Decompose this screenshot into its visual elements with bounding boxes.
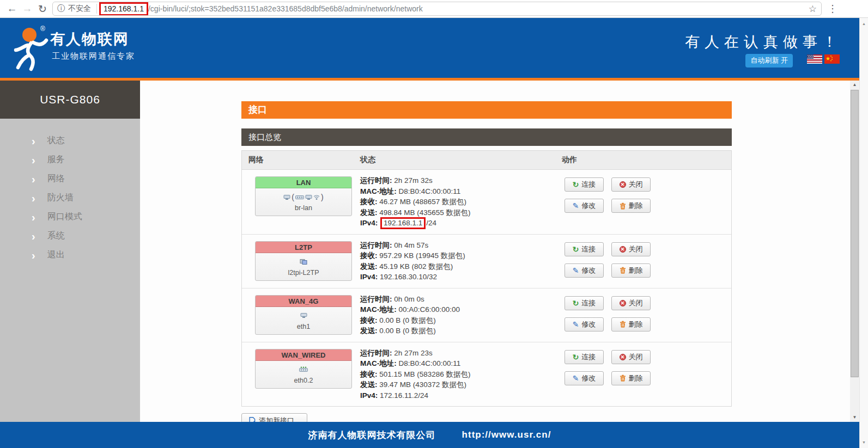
button-label: 修改: [581, 320, 596, 329]
stop-button[interactable]: ✕关闭: [611, 242, 651, 256]
footer-website-link[interactable]: http://www.usr.cn/: [462, 429, 551, 440]
interface-name: WAN_4G: [256, 296, 351, 307]
interface-badge: WAN_WIREDeth0.2: [255, 349, 352, 389]
connect-button[interactable]: ↻连接: [564, 296, 604, 310]
scroll-down-icon[interactable]: ▼: [850, 413, 859, 422]
status-cell: 运行时间: 0h 0m 0sMAC-地址: 00:A0:C6:00:00:00接…: [360, 293, 562, 336]
sidebar-item-label: 网络: [47, 173, 65, 185]
edit-button[interactable]: ✎修改: [564, 371, 604, 385]
brand-title: 有人物联网: [50, 29, 129, 49]
shutdown-icon: ✕: [620, 181, 626, 188]
stop-button[interactable]: ✕关闭: [611, 177, 651, 192]
sidebar-item-port-mode[interactable]: ›网口模式: [0, 207, 140, 226]
status-line: IPv4: 192.168.1.1/24: [360, 218, 562, 229]
actions-cell: ↻连接✕关闭✎修改删除: [562, 239, 725, 283]
status-line: 发送: 498.84 MB (435655 数据包): [360, 207, 562, 218]
chevron-right-icon: ›: [32, 193, 35, 204]
delete-button[interactable]: 删除: [611, 371, 651, 385]
auto-refresh-toggle[interactable]: 自动刷新 开: [745, 54, 793, 67]
address-bar[interactable]: ⓘ 不安全 192.168.1.1 /cgi-bin/luci/;stok=35…: [52, 2, 822, 16]
sidebar-item-services[interactable]: ›服务: [0, 150, 140, 169]
us-flag-icon[interactable]: [807, 54, 822, 64]
delete-button[interactable]: 删除: [611, 199, 651, 213]
table-header-row: 网络状态动作: [242, 150, 731, 170]
sidebar-item-status[interactable]: ›状态: [0, 131, 140, 150]
sidebar-menu: ›状态›服务›网络›防火墙›网口模式›系统›退出: [0, 119, 140, 265]
shutdown-icon: ✕: [620, 300, 626, 306]
button-label: 删除: [629, 373, 643, 383]
sidebar-item-firewall[interactable]: ›防火墙: [0, 188, 140, 207]
button-label: 修改: [581, 201, 596, 211]
interface-name: LAN: [256, 177, 351, 188]
device-title: USR-G806: [0, 81, 140, 119]
interface-row-wan_4g: WAN_4Geth1运行时间: 0h 0m 0sMAC-地址: 00:A0:C6…: [242, 289, 731, 342]
connect-button[interactable]: ↻连接: [564, 350, 604, 364]
network-cell: L2TPl2tpi-L2TP: [242, 239, 360, 283]
reload-icon[interactable]: ↻: [35, 3, 50, 15]
browser-scroll-up-icon[interactable]: ▲: [860, 20, 868, 28]
sidebar-item-logout[interactable]: ›退出: [0, 246, 140, 265]
button-label: 修改: [581, 373, 596, 383]
status-cell: 运行时间: 2h 27m 23sMAC-地址: D8:B0:4C:00:00:1…: [360, 347, 562, 401]
column-header: 动作: [562, 155, 725, 165]
annotation-box-url: 192.168.1.1: [99, 2, 148, 16]
chevron-right-icon: ›: [32, 136, 35, 146]
edit-icon: ✎: [573, 321, 579, 328]
section-title: 接口总览: [241, 128, 732, 146]
status-line: 接收: 501.15 MB (583286 数据包): [360, 369, 562, 380]
interface-name: WAN_WIRED: [256, 349, 351, 361]
button-label: 关闭: [629, 352, 643, 362]
column-header: 网络: [242, 155, 360, 165]
status-cell: 运行时间: 0h 4m 57s接收: 957.29 KB (19945 数据包)…: [360, 239, 562, 283]
status-line: 发送: 45.19 KB (802 数据包): [360, 261, 562, 272]
page-header: ® 有人物联网 工业物联网通信专家 有人在认真做事！ 自动刷新 开 ★: [0, 18, 859, 81]
actions-cell: ↻连接✕关闭✎修改删除: [562, 174, 725, 229]
network-cell: WAN_4Geth1: [242, 293, 360, 336]
edit-button[interactable]: ✎修改: [564, 263, 604, 278]
back-icon[interactable]: ←: [4, 3, 20, 15]
reconnect-icon: ↻: [573, 246, 579, 253]
info-icon[interactable]: ⓘ: [57, 4, 65, 14]
sidebar-item-network[interactable]: ›网络: [0, 169, 140, 188]
stop-button[interactable]: ✕关闭: [611, 350, 651, 364]
page-footer: 济南有人物联网技术有限公司 http://www.usr.cn/: [0, 422, 859, 448]
scroll-up-icon[interactable]: ▲: [850, 81, 859, 89]
forward-icon[interactable]: →: [20, 3, 35, 15]
button-label: 删除: [629, 320, 643, 329]
delete-button[interactable]: 删除: [611, 317, 651, 332]
edit-icon: ✎: [573, 375, 579, 382]
cn-flag-icon[interactable]: ★: [824, 54, 840, 64]
usr-logo: ®: [9, 23, 52, 73]
chevron-right-icon: ›: [32, 174, 35, 185]
status-line: MAC-地址: D8:B0:4C:00:00:11: [360, 186, 562, 197]
delete-button[interactable]: 删除: [611, 263, 651, 278]
button-label: 连接: [581, 352, 596, 362]
chevron-right-icon: ›: [32, 212, 35, 223]
interface-device: eth0.2: [256, 375, 351, 388]
browser-scroll-down-icon[interactable]: ▼: [860, 438, 868, 446]
interface-icons: [256, 253, 351, 267]
connect-button[interactable]: ↻连接: [564, 177, 604, 192]
browser-menu-icon[interactable]: ⋮: [822, 3, 843, 15]
status-line: 接收: 0.00 B (0 数据包): [360, 315, 562, 326]
edit-icon: ✎: [573, 267, 579, 274]
edit-button[interactable]: ✎修改: [564, 317, 604, 332]
button-label: 修改: [581, 266, 596, 275]
page-scrollbar-thumb[interactable]: [851, 90, 859, 377]
button-label: 关闭: [629, 298, 643, 308]
interface-row-l2tp: L2TPl2tpi-L2TP运行时间: 0h 4m 57s接收: 957.29 …: [242, 235, 731, 289]
svg-text:★: ★: [825, 56, 830, 62]
sidebar-item-system[interactable]: ›系统: [0, 226, 140, 246]
sidebar: USR-G806 ›状态›服务›网络›防火墙›网口模式›系统›退出: [0, 81, 140, 422]
column-header: 状态: [360, 155, 562, 165]
interface-badge: LAN()br-lan: [255, 176, 352, 216]
bookmark-star-icon[interactable]: ☆: [809, 3, 817, 15]
chevron-right-icon: ›: [32, 231, 35, 242]
delete-icon: [620, 375, 626, 382]
actions-cell: ↻连接✕关闭✎修改删除: [562, 293, 725, 336]
reconnect-icon: ↻: [573, 181, 579, 188]
connect-button[interactable]: ↻连接: [564, 242, 604, 256]
stop-button[interactable]: ✕关闭: [611, 296, 651, 310]
interface-icons: [256, 361, 351, 375]
edit-button[interactable]: ✎修改: [564, 199, 604, 213]
